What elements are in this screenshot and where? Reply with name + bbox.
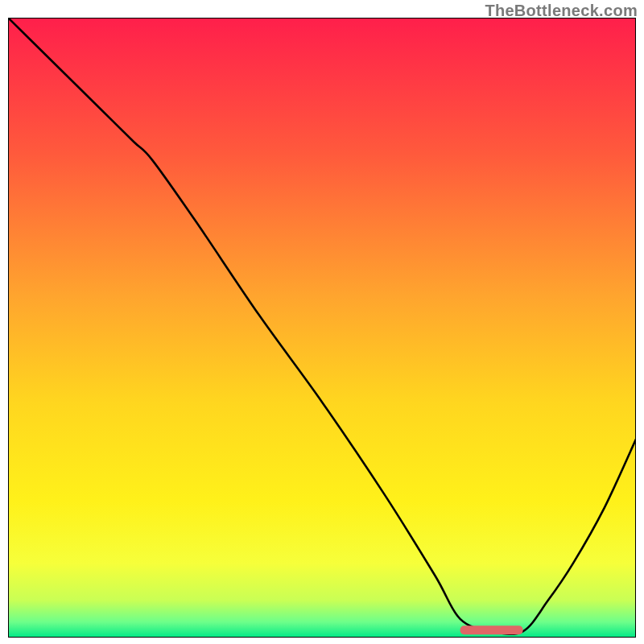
chart-frame [8, 18, 636, 638]
chart-stage: TheBottleneck.com [0, 0, 644, 644]
watermark-label: TheBottleneck.com [485, 2, 638, 20]
optimal-range-marker [460, 625, 523, 634]
bottleneck-chart [8, 18, 636, 638]
